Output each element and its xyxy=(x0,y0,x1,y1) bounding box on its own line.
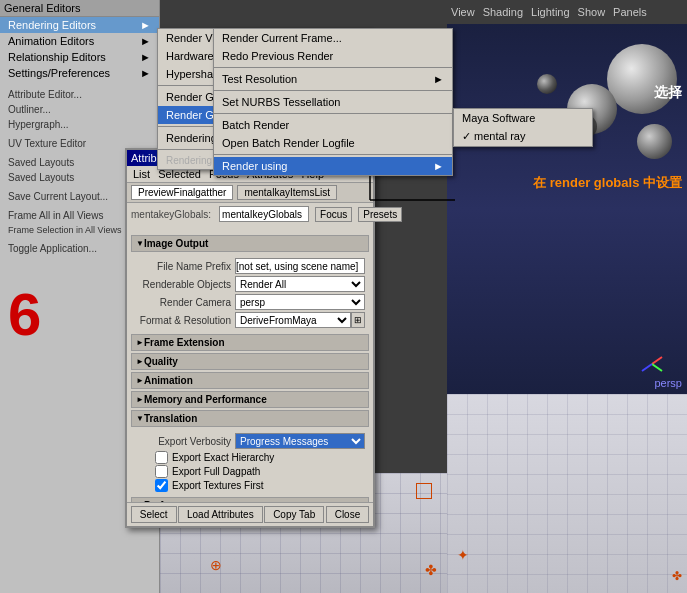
axis-svg xyxy=(637,349,667,379)
bottom-icon-1: ⊕ xyxy=(210,557,222,573)
field-format-resolution: Format & Resolution DeriveFromMaya ⊞ xyxy=(135,312,365,328)
sidebar-header: General Editors xyxy=(0,0,159,17)
sphere-5 xyxy=(537,74,557,94)
attr-name-input[interactable] xyxy=(219,206,309,222)
checkbox-exact-hierarchy: Export Exact Hierarchy xyxy=(155,451,365,464)
viewport-lower-grid: ✦ ✤ xyxy=(447,394,687,593)
bottom-icon-3: ✤ xyxy=(425,562,437,578)
chinese-text-1: 选择 xyxy=(654,84,682,102)
label-textures-first: Export Textures First xyxy=(172,480,264,491)
field-render-camera: Render Camera persp xyxy=(135,294,365,310)
menu-dropdown-level2: Render Current Frame... Redo Previous Re… xyxy=(213,28,453,176)
sphere-3 xyxy=(637,124,672,159)
section-memory-performance[interactable]: Memory and Performance xyxy=(131,391,369,408)
section-animation[interactable]: Animation xyxy=(131,372,369,389)
toolbar-show[interactable]: Show xyxy=(578,6,606,18)
svg-line-2 xyxy=(642,364,652,371)
sidebar-item-settings[interactable]: Settings/Preferences xyxy=(0,65,159,81)
sidebar-item-animation-editors[interactable]: Animation Editors xyxy=(0,33,159,49)
presets-button[interactable]: Presets xyxy=(358,207,402,222)
menu-item-mental-ray[interactable]: mental ray xyxy=(454,127,592,146)
load-attributes-button[interactable]: Load Attributes xyxy=(178,506,263,523)
attr-tab-preview[interactable]: PreviewFinalgatther xyxy=(131,185,233,200)
svg-line-1 xyxy=(652,364,662,371)
field-export-verbosity: Export Verbosity Progress Messages xyxy=(135,433,365,449)
attr-tabs: PreviewFinalgatther mentalkayItemsList xyxy=(127,183,373,203)
menu-dropdown-render-using: Maya Software mental ray xyxy=(453,108,593,147)
select-camera[interactable]: persp xyxy=(235,294,365,310)
toolbar-panels[interactable]: Panels xyxy=(613,6,647,18)
number-badge: 6 xyxy=(8,280,41,349)
chinese-text-2: 在 render globals 中设置 xyxy=(533,174,682,192)
format-extra-btn[interactable]: ⊞ xyxy=(351,312,365,328)
small-icon-2: ✤ xyxy=(672,569,682,583)
input-file-name[interactable] xyxy=(235,258,365,274)
sidebar-item-attribute-editor[interactable]: Attribute Editor... xyxy=(0,87,159,102)
attr-footer: Select Load Attributes Copy Tab Close xyxy=(127,502,373,526)
viewport-lower: ✦ ✤ xyxy=(447,394,687,593)
menu-separator-7 xyxy=(214,154,452,155)
check-exact-hierarchy[interactable] xyxy=(155,451,168,464)
viewport-toolbar: View Shading Lighting Show Panels xyxy=(447,0,687,24)
menu-item-batch-render[interactable]: Batch Render xyxy=(214,116,452,134)
menu-item-redo-render[interactable]: Redo Previous Render xyxy=(214,47,452,65)
check-textures-first[interactable] xyxy=(155,479,168,492)
section-frame-extension[interactable]: Frame Extension xyxy=(131,334,369,351)
menu-item-render-current[interactable]: Render Current Frame... xyxy=(214,29,452,47)
menu-separator-5 xyxy=(214,90,452,91)
sidebar-item-rendering-editors[interactable]: Rendering Editors xyxy=(0,17,159,33)
sphere-1 xyxy=(607,44,677,114)
viewport-right: View Shading Lighting Show Panels 选择 在 r… xyxy=(447,0,687,593)
svg-line-0 xyxy=(652,357,662,364)
section-translation-content: Export Verbosity Progress Messages Expor… xyxy=(131,429,369,495)
attr-name-row: mentakeyGlobals: Focus Presets xyxy=(127,203,373,225)
attr-name-label: mentakeyGlobals: xyxy=(131,209,215,220)
label-full-dagpath: Export Full Dagpath xyxy=(172,466,260,477)
label-export-verbosity: Export Verbosity xyxy=(135,436,235,447)
attr-content: Image Output File Name Prefix Renderable… xyxy=(127,229,373,515)
attr-menu-list[interactable]: List xyxy=(131,168,152,180)
attr-tab-items[interactable]: mentalkayItemsList xyxy=(237,185,337,200)
section-image-output[interactable]: Image Output xyxy=(131,235,369,252)
menu-item-open-logfile[interactable]: Open Batch Render Logfile xyxy=(214,134,452,152)
select-renderable[interactable]: Render All xyxy=(235,276,365,292)
toolbar-shading[interactable]: Shading xyxy=(483,6,523,18)
menu-separator-6 xyxy=(214,113,452,114)
label-format: Format & Resolution xyxy=(135,315,235,326)
label-file-name: File Name Prefix xyxy=(135,261,235,272)
checkbox-textures-first: Export Textures First xyxy=(155,479,365,492)
label-exact-hierarchy: Export Exact Hierarchy xyxy=(172,452,274,463)
section-image-output-content: File Name Prefix Renderable Objects Rend… xyxy=(131,254,369,332)
section-quality[interactable]: Quality xyxy=(131,353,369,370)
small-icon-1: ✦ xyxy=(457,547,469,563)
sidebar-item-outliner[interactable]: Outliner... xyxy=(0,102,159,117)
label-renderable: Renderable Objects xyxy=(135,279,235,290)
menu-item-test-resolution[interactable]: Test Resolution xyxy=(214,70,452,88)
field-file-name-prefix: File Name Prefix xyxy=(135,258,365,274)
checkbox-full-dagpath: Export Full Dagpath xyxy=(155,465,365,478)
select-format[interactable]: DeriveFromMaya xyxy=(235,312,351,328)
toolbar-lighting[interactable]: Lighting xyxy=(531,6,570,18)
focus-button[interactable]: Focus xyxy=(315,207,352,222)
copy-tab-button[interactable]: Copy Tab xyxy=(264,506,324,523)
attr-editor-dialog: Attribute Editor: mentaIrayGlobals _ □ ×… xyxy=(125,148,375,528)
viewport-canvas: 选择 在 render globals 中设置 persp xyxy=(447,24,687,394)
menu-item-render-using[interactable]: Render using xyxy=(214,157,452,175)
close-button-footer[interactable]: Close xyxy=(326,506,370,523)
select-export-verbosity[interactable]: Progress Messages xyxy=(235,433,365,449)
select-button[interactable]: Select xyxy=(131,506,177,523)
sidebar-item-hypergraph[interactable]: Hypergraph... xyxy=(0,117,159,132)
menu-separator-4 xyxy=(214,67,452,68)
menu-item-maya-software[interactable]: Maya Software xyxy=(454,109,592,127)
bottom-icon-2 xyxy=(416,483,432,499)
label-camera: Render Camera xyxy=(135,297,235,308)
field-renderable-objects: Renderable Objects Render All xyxy=(135,276,365,292)
section-translation[interactable]: Translation xyxy=(131,410,369,427)
sidebar-item-relationship-editors[interactable]: Relationship Editors xyxy=(0,49,159,65)
toolbar-view[interactable]: View xyxy=(451,6,475,18)
check-full-dagpath[interactable] xyxy=(155,465,168,478)
axis-gizmo xyxy=(637,349,667,379)
menu-item-set-nurbs[interactable]: Set NURBS Tessellation xyxy=(214,93,452,111)
